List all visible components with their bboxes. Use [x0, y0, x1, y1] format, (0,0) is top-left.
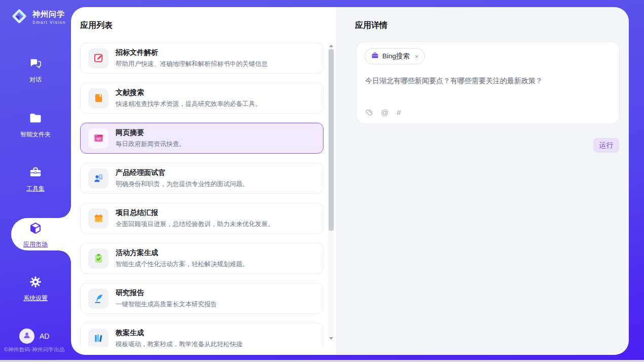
doc-edit-icon	[88, 48, 109, 68]
brand-text: 神州问学 Smart Vision	[32, 10, 66, 25]
quill-icon	[88, 288, 109, 309]
app-detail-panel: 应用详情 Bing搜索 × 今日湖北有哪些新闻要点？有哪些需要关注的最新政策？	[336, 7, 629, 355]
prompt-input[interactable]: 今日湖北有哪些新闻要点？有哪些需要关注的最新政策？	[365, 76, 611, 86]
mention-icon[interactable]: @	[381, 108, 388, 117]
books-icon	[88, 329, 109, 347]
sidebar-item-label: 工具集	[0, 185, 71, 193]
toolbox-icon	[29, 172, 42, 180]
sidebar-item-smart-folder[interactable]: 智能文件夹	[0, 112, 71, 139]
app-card-desc: 一键智能生成高质量长文本研究报告	[116, 300, 217, 309]
app-card-web-summary[interactable]: 网页摘要 每日政府新闻资讯快查。	[80, 123, 324, 154]
app-card-research-report[interactable]: 研究报告 一键智能生成高质量长文本研究报告	[80, 283, 324, 314]
user-name: AD	[40, 332, 49, 340]
app-list-title: 应用列表	[80, 20, 113, 31]
browser-code-icon	[88, 128, 109, 149]
sidebar-item-settings[interactable]: 系统设置	[0, 275, 71, 303]
app-shell: 神州问学 Smart Vision 对话 智能文件夹	[0, 0, 644, 360]
sidebar-item-chat[interactable]: 对话	[0, 57, 71, 84]
main-content: 应用列表 招标文件解析 帮助用户快速、准确地理解和解析招标书中的关键信息	[71, 7, 629, 355]
sidebar-item-label: 智能文件夹	[0, 130, 71, 139]
scrollbar-thumb[interactable]	[329, 49, 334, 231]
app-card-project-summary[interactable]: 项目总结汇报 全面回顾项目进展，总结经验教训，助力未来优化发展。	[80, 203, 324, 234]
sidebar-item-label: 系统设置	[0, 294, 71, 303]
scroll-up-icon[interactable]	[328, 43, 334, 49]
run-button[interactable]: 运行	[593, 138, 619, 153]
close-icon[interactable]: ×	[415, 53, 419, 60]
prompt-card: Bing搜索 × 今日湖北有哪些新闻要点？有哪些需要关注的最新政策？ @ #	[356, 42, 620, 124]
chat-icon	[29, 63, 42, 71]
sidebar-item-label: 应用市场	[0, 240, 71, 249]
avatar	[19, 329, 34, 344]
app-card-event-plan[interactable]: 活动方案生成 智能生成个性化活动方案，轻松解决规划难题。	[80, 243, 324, 274]
app-card-title: 研究报告	[116, 288, 217, 298]
app-detail-title: 应用详情	[355, 20, 387, 31]
app-card-desc: 明确身份和职责，为您提供专业性的面试问题。	[116, 180, 249, 189]
sidebar-item-toolset[interactable]: 工具集	[0, 166, 71, 193]
tool-chip-bing-search[interactable]: Bing搜索 ×	[365, 48, 425, 64]
app-list-panel: 应用列表 招标文件解析 帮助用户快速、准确地理解和解析招标书中的关键信息	[71, 7, 336, 355]
app-card-title: 活动方案生成	[116, 248, 249, 258]
clipboard-check-icon	[88, 248, 109, 269]
app-card-list: 招标文件解析 帮助用户快速、准确地理解和解析招标书中的关键信息 文献搜索 快速精…	[80, 43, 324, 347]
app-card-bid-doc-analysis[interactable]: 招标文件解析 帮助用户快速、准确地理解和解析招标书中的关键信息	[80, 43, 324, 74]
sidebar-item-app-market[interactable]: 应用市场	[0, 222, 71, 249]
gem-diamond-icon	[10, 7, 28, 27]
app-card-desc: 全面回顾项目进展，总结经验教训，助力未来优化发展。	[116, 220, 274, 229]
prompt-toolbar: @ #	[365, 107, 401, 118]
copyright-footer: ©神州数码·神州问学出品	[4, 346, 71, 353]
brand-logo: 神州问学 Smart Vision	[10, 7, 66, 27]
sidebar-item-label: 对话	[0, 76, 71, 84]
app-card-title: 文献搜索	[116, 88, 262, 97]
briefcase-icon	[371, 52, 379, 61]
sidebar: 神州问学 Smart Vision 对话 智能文件夹	[0, 0, 71, 360]
app-card-title: 产品经理面试官	[116, 168, 249, 177]
app-card-desc: 智能生成个性化活动方案，轻松解决规划难题。	[116, 260, 249, 269]
app-card-literature-search[interactable]: 文献搜索 快速精准查找学术资源，提高研究效率的必备工具。	[80, 83, 324, 114]
user-account[interactable]: AD	[19, 329, 49, 344]
person-icon	[22, 331, 31, 342]
brand-subtitle: Smart Vision	[32, 20, 66, 25]
tool-chip-label: Bing搜索	[382, 52, 410, 61]
app-card-title: 网页摘要	[116, 128, 186, 137]
folder-icon	[29, 118, 42, 126]
calendar-icon	[88, 208, 109, 229]
interviewer-icon	[88, 168, 109, 189]
app-card-lesson-plan[interactable]: 教案生成 模板驱动，教案秒成，教学准备从此轻松快捷	[80, 323, 324, 347]
app-card-desc: 模板驱动，教案秒成，教学准备从此轻松快捷	[116, 340, 242, 347]
app-card-title: 教案生成	[116, 329, 242, 338]
scroll-down-icon[interactable]	[328, 335, 334, 342]
app-card-desc: 帮助用户快速、准确地理解和解析招标书中的关键信息	[116, 60, 268, 68]
paperclip-icon[interactable]	[365, 107, 373, 118]
app-card-desc: 每日政府新闻资讯快查。	[116, 140, 186, 149]
brand-name: 神州问学	[32, 10, 65, 18]
gear-icon	[29, 281, 42, 290]
topic-icon[interactable]: #	[397, 108, 401, 117]
book-icon	[88, 88, 109, 108]
app-card-title: 项目总结汇报	[116, 208, 274, 218]
cube-icon	[29, 228, 42, 236]
app-card-pm-interviewer[interactable]: 产品经理面试官 明确身份和职责，为您提供专业性的面试问题。	[80, 163, 324, 194]
app-card-desc: 快速精准查找学术资源，提高研究效率的必备工具。	[116, 100, 262, 108]
list-scrollbar[interactable]	[328, 43, 334, 342]
app-card-title: 招标文件解析	[116, 48, 268, 57]
